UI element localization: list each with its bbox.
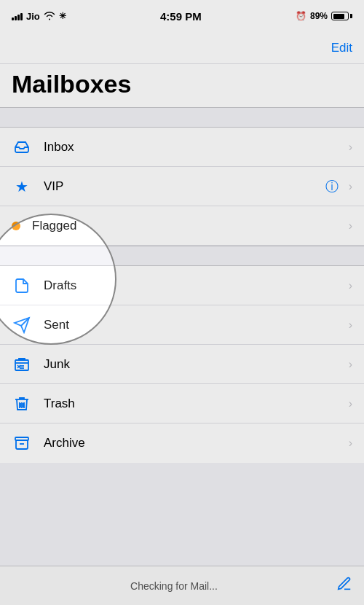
drafts-label: Drafts xyxy=(44,278,343,293)
sent-chevron: › xyxy=(349,319,352,332)
archive-icon xyxy=(12,433,32,453)
list-item-inbox[interactable]: Inbox › xyxy=(0,128,364,167)
inbox-label: Inbox xyxy=(44,140,343,155)
sent-label: Sent xyxy=(44,318,343,332)
list-item-vip[interactable]: ★ VIP ⓘ › xyxy=(0,167,364,206)
flagged-dot-icon xyxy=(12,222,20,230)
sent-icon xyxy=(12,315,32,335)
list-item-archive[interactable]: Archive › xyxy=(0,424,364,463)
trash-chevron: › xyxy=(349,397,352,410)
section-divider-middle xyxy=(0,246,364,266)
compose-button[interactable] xyxy=(336,576,352,596)
status-bar: Jio ✳ 4:59 PM ⏰ 89% xyxy=(0,0,364,32)
wifi-icon xyxy=(44,12,55,20)
signal-bar-1 xyxy=(12,17,14,20)
trash-label: Trash xyxy=(44,397,343,411)
list-item-trash[interactable]: Trash › xyxy=(0,384,364,424)
signal-bar-2 xyxy=(15,16,17,20)
battery-icon xyxy=(331,12,352,20)
nav-bar: Edit xyxy=(0,32,364,64)
carrier-label: Jio xyxy=(26,11,40,22)
battery-percent: 89% xyxy=(310,11,328,21)
signal-bar-3 xyxy=(17,15,20,20)
junk-icon xyxy=(12,354,32,375)
edit-button[interactable]: Edit xyxy=(331,41,352,55)
drafts-icon xyxy=(12,276,32,296)
vip-info-icon[interactable]: ⓘ xyxy=(325,178,339,195)
top-mailbox-list: Inbox › ★ VIP ⓘ › Flagged › xyxy=(0,128,364,246)
vip-star-icon: ★ xyxy=(12,176,32,197)
archive-chevron: › xyxy=(349,437,352,450)
vip-chevron: › xyxy=(349,180,352,193)
junk-chevron: › xyxy=(349,358,352,371)
large-title-area: Mailboxes xyxy=(0,64,364,107)
status-right: ⏰ 89% xyxy=(296,11,352,21)
signal-bars xyxy=(12,12,23,20)
list-item-drafts[interactable]: Drafts › xyxy=(0,266,364,305)
loading-indicator: ✳ xyxy=(59,11,66,21)
empty-space xyxy=(0,463,364,563)
junk-label: Junk xyxy=(44,357,343,372)
svg-rect-12 xyxy=(15,437,28,440)
signal-bar-4 xyxy=(20,13,23,20)
archive-label: Archive xyxy=(44,436,343,450)
list-item-sent[interactable]: Sent › xyxy=(0,305,364,345)
vip-label: VIP xyxy=(44,179,325,194)
trash-icon xyxy=(12,394,32,414)
list-item-flagged[interactable]: Flagged › xyxy=(0,206,364,246)
status-text: Checking for Mail... xyxy=(12,580,336,592)
inbox-chevron: › xyxy=(349,141,352,154)
bottom-mailbox-list: Drafts › Sent › J xyxy=(0,266,364,463)
bottom-bar: Checking for Mail... xyxy=(0,566,364,605)
status-left: Jio ✳ xyxy=(12,11,66,22)
status-time: 4:59 PM xyxy=(160,10,202,23)
page-title: Mailboxes xyxy=(12,70,352,98)
list-item-junk[interactable]: Junk › xyxy=(0,345,364,384)
inbox-icon xyxy=(12,137,32,157)
alarm-icon: ⏰ xyxy=(296,11,306,21)
drafts-chevron: › xyxy=(349,279,352,292)
flagged-label: Flagged xyxy=(32,219,343,233)
flagged-chevron: › xyxy=(349,219,352,233)
section-divider-top xyxy=(0,107,364,128)
